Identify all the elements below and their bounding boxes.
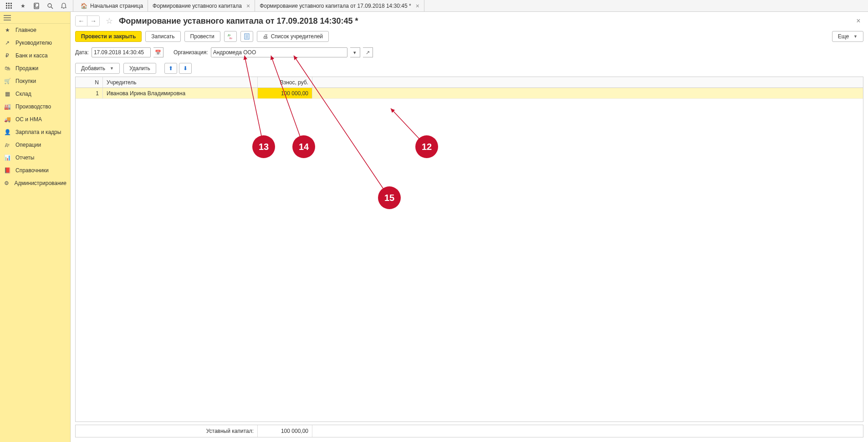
bar-chart-icon: 📊	[4, 154, 11, 161]
chevron-down-icon: ▼	[853, 34, 858, 39]
sidebar-item-operations[interactable]: ДтОперации	[0, 139, 70, 151]
add-button[interactable]: Добавить ▼	[75, 63, 120, 74]
close-button[interactable]: ×	[853, 16, 863, 26]
sidebar-item-hr[interactable]: 👤Зарплата и кадры	[0, 126, 70, 139]
svg-rect-4	[8, 5, 10, 6]
menu-toggle[interactable]	[0, 12, 70, 24]
svg-text:Кт: Кт	[230, 37, 232, 40]
favorite-toggle[interactable]: ☆	[104, 16, 114, 26]
total-value: 100 000,00	[258, 425, 312, 437]
svg-rect-0	[6, 3, 7, 4]
org-label: Организация:	[174, 49, 208, 56]
ruble-icon: ₽	[4, 52, 11, 59]
cell-n: 1	[76, 88, 103, 98]
tab-doc-list[interactable]: Формирование уставного капитала ×	[148, 0, 255, 11]
sidebar: ★Главное ↗Руководителю ₽Банк и касса 🛍Пр…	[0, 12, 71, 442]
org-input[interactable]: Андромеда ООО	[211, 47, 347, 57]
col-header-founder: Учредитель	[103, 77, 258, 87]
tab-home[interactable]: 🏠 Начальная страница	[76, 0, 148, 11]
svg-line-11	[51, 7, 53, 9]
form-row: Дата: 17.09.2018 14:30:45 📅 Организация:…	[71, 45, 868, 60]
post-button[interactable]: Провести	[184, 31, 220, 42]
history-icon[interactable]	[30, 0, 43, 11]
table-controls: Добавить ▼ Удалить ⬆ ⬇	[71, 60, 868, 77]
post-and-close-button[interactable]: Провести и закрыть	[75, 31, 142, 42]
sidebar-item-bank[interactable]: ₽Банк и касса	[0, 49, 70, 62]
person-icon: 👤	[4, 129, 11, 135]
main-content: ← → ☆ Формирование уставного капитала от…	[71, 12, 868, 442]
sidebar-item-warehouse[interactable]: ▦Склад	[0, 87, 70, 100]
home-icon: 🏠	[81, 3, 87, 9]
sidebar-item-production[interactable]: 🏭Производство	[0, 100, 70, 113]
printer-icon: 🖨	[263, 33, 268, 40]
col-header-n: N	[76, 77, 103, 87]
sidebar-item-admin[interactable]: ⚙Администрирование	[0, 177, 70, 190]
svg-rect-5	[10, 5, 12, 6]
star-icon: ★	[4, 27, 11, 33]
tab-label: Начальная страница	[90, 3, 143, 9]
total-label: Уставный капитал:	[76, 425, 258, 437]
svg-rect-7	[8, 7, 10, 9]
bell-icon[interactable]	[57, 0, 70, 11]
tab-label: Формирование уставного капитала	[153, 3, 242, 9]
move-up-button[interactable]: ⬆	[164, 63, 177, 74]
star-icon[interactable]: ★	[16, 0, 29, 11]
founders-table: N Учредитель Взнос, руб. 1 Иванова Ирина…	[75, 77, 863, 422]
chevron-down-icon: ▼	[110, 66, 114, 71]
col-header-amount: Взнос, руб.	[258, 77, 312, 87]
attachments-button[interactable]	[240, 31, 253, 42]
sidebar-item-main[interactable]: ★Главное	[0, 24, 70, 36]
bag-icon: 🛍	[4, 65, 11, 72]
dt-kt-button[interactable]: ДтКт	[224, 31, 237, 42]
truck-icon: 🚚	[4, 116, 11, 123]
sidebar-item-sales[interactable]: 🛍Продажи	[0, 62, 70, 75]
cart-icon: 🛒	[4, 78, 11, 84]
delete-button[interactable]: Удалить	[123, 63, 156, 74]
book-icon: 📕	[4, 167, 11, 174]
write-button[interactable]: Записать	[145, 31, 180, 42]
table-row[interactable]: 1 Иванова Ирина Владимировна 100 000,00	[76, 88, 863, 99]
dropdown-icon[interactable]: ▾	[350, 47, 360, 57]
nav-arrows: ← →	[75, 15, 100, 26]
page-title: Формирование уставного капитала от 17.09…	[119, 16, 849, 26]
date-input[interactable]: 17.09.2018 14:30:45	[92, 47, 151, 57]
svg-text:Дт: Дт	[228, 34, 231, 36]
grid-icon: ▦	[4, 91, 11, 97]
search-icon[interactable]	[44, 0, 56, 11]
sidebar-item-manager[interactable]: ↗Руководителю	[0, 36, 70, 49]
tab-label: Формирование уставного капитала от 17.09…	[260, 3, 411, 9]
debit-credit-icon: Дт	[4, 143, 11, 147]
sidebar-item-assets[interactable]: 🚚ОС и НМА	[0, 113, 70, 126]
svg-rect-6	[6, 7, 7, 9]
more-button[interactable]: Еще ▼	[832, 31, 863, 42]
system-toolbar: ★ 🏠 Начальная страница Формирование уста…	[0, 0, 868, 12]
back-button[interactable]: ←	[76, 16, 87, 26]
date-label: Дата:	[75, 49, 89, 56]
chart-up-icon: ↗	[4, 40, 11, 46]
footer-totals: Уставный капитал: 100 000,00	[75, 425, 863, 437]
toolbar: Провести и закрыть Записать Провести ДтК…	[71, 28, 868, 45]
tab-doc-current[interactable]: Формирование уставного капитала от 17.09…	[255, 0, 424, 11]
cell-amount: 100 000,00	[258, 88, 312, 98]
gear-icon: ⚙	[4, 180, 10, 186]
svg-rect-8	[10, 7, 12, 9]
founders-list-button[interactable]: 🖨 Список учредителей	[257, 31, 329, 42]
calendar-icon[interactable]: 📅	[153, 47, 163, 57]
close-icon[interactable]: ×	[246, 2, 250, 10]
sidebar-item-reports[interactable]: 📊Отчеты	[0, 151, 70, 164]
svg-rect-2	[10, 3, 12, 4]
close-icon[interactable]: ×	[416, 2, 419, 10]
svg-point-10	[48, 4, 51, 7]
forward-button[interactable]: →	[87, 16, 99, 26]
apps-icon[interactable]	[3, 0, 15, 11]
sidebar-item-catalogs[interactable]: 📕Справочники	[0, 164, 70, 177]
sidebar-item-purchases[interactable]: 🛒Покупки	[0, 75, 70, 87]
table-header: N Учредитель Взнос, руб.	[76, 77, 863, 88]
cell-founder: Иванова Ирина Владимировна	[103, 88, 258, 98]
svg-rect-3	[6, 5, 7, 6]
svg-rect-1	[8, 3, 10, 4]
move-down-button[interactable]: ⬇	[179, 63, 192, 74]
factory-icon: 🏭	[4, 103, 11, 110]
open-ref-icon[interactable]: ↗	[363, 47, 373, 57]
tab-strip: 🏠 Начальная страница Формирование уставн…	[76, 0, 865, 11]
